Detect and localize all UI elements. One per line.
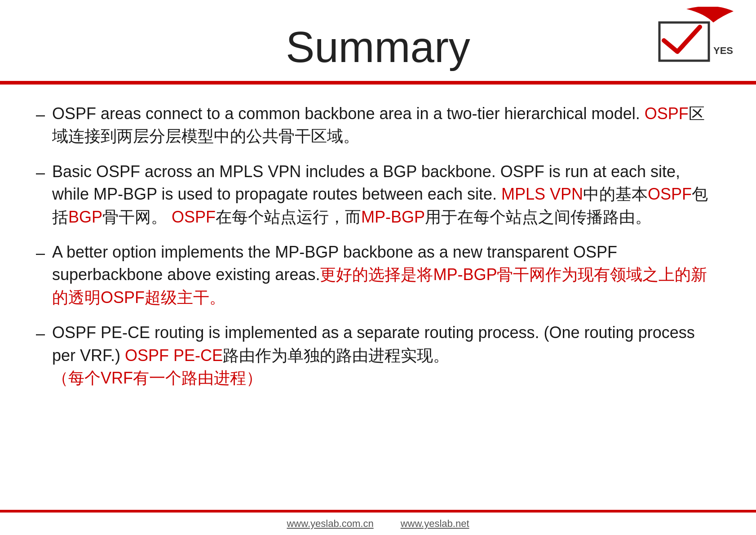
bullet-text-3: A better option implements the MP-BGP ba… [52,241,720,309]
list-item: – OSPF areas connect to a common backbon… [36,103,720,148]
footer: www.yeslab.com.cn www.yeslab.net [0,510,756,535]
red-text: VRF [101,369,133,387]
header: Summary YES LAB [0,0,756,81]
bullet-dash: – [36,161,45,184]
bullet-text-2: Basic OSPF across an MPLS VPN includes a… [52,160,720,228]
slide-title: Summary [27,18,729,72]
yes-lab-logo: YES LAB [650,7,734,72]
bullet-dash: – [36,242,45,264]
red-text: 更好的选择是将MP-BGP骨干网作为现有领域之上的新的透明OSPF超级主干。 [52,265,707,306]
footer-link-1[interactable]: www.yeslab.com.cn [287,518,373,530]
red-text: OSPF [172,208,216,226]
red-text: OSPF [645,104,689,123]
slide: Summary YES LAB – OSPF areas con [0,0,756,535]
bullet-text-1: OSPF areas connect to a common backbone … [52,103,720,148]
bullet-text-4: OSPF PE-CE routing is implemented as a s… [52,321,720,389]
red-text: OSPF PE-CE [125,346,223,365]
red-text: BGP [68,208,102,226]
red-text: （每个VRF有一个路由进程） [52,369,262,387]
red-divider-bar [0,81,756,85]
footer-link-2[interactable]: www.yeslab.net [401,518,469,530]
red-text: MPLS VPN [501,185,583,203]
list-item: – OSPF PE-CE routing is implemented as a… [36,321,720,389]
bullet-dash: – [36,103,45,126]
list-item: – A better option implements the MP-BGP … [36,241,720,309]
red-text: MP-BGP [361,208,425,226]
svg-text:YES LAB: YES LAB [713,45,734,56]
content-area: – OSPF areas connect to a common backbon… [0,85,756,510]
list-item: – Basic OSPF across an MPLS VPN includes… [36,160,720,228]
bullet-dash: – [36,322,45,345]
red-text: OSPF [648,185,692,203]
logo-container: YES LAB [650,7,734,74]
